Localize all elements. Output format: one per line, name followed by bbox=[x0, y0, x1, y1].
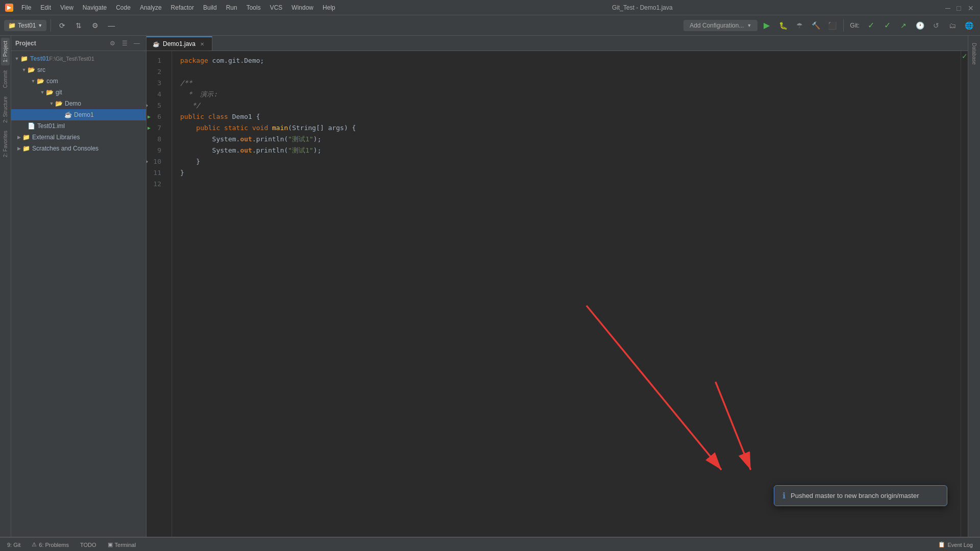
line-num-12: 12 bbox=[146, 179, 165, 190]
menu-item-tools[interactable]: Tools bbox=[242, 3, 265, 12]
git-revert-button[interactable]: ↺ bbox=[929, 18, 943, 33]
menu-item-code[interactable]: Code bbox=[112, 3, 135, 12]
coverage-button[interactable]: ☂ bbox=[792, 18, 806, 33]
tab-label-demo1: Demo1.java bbox=[163, 40, 195, 47]
code-editor[interactable]: package com.git.Demo; /** * 演示: */ bbox=[172, 51, 961, 537]
tree-arrow-scratches: ▶ bbox=[15, 146, 22, 151]
menu-item-run[interactable]: Run bbox=[222, 3, 241, 12]
menu-item-help[interactable]: Help bbox=[318, 3, 339, 12]
tree-arrow-demo: ▼ bbox=[48, 101, 55, 106]
project-panel-view[interactable]: ☰ bbox=[119, 38, 130, 48]
tab-icon-demo1: ☕ bbox=[153, 41, 160, 47]
editor-tab-demo1[interactable]: ☕ Demo1.java ✕ bbox=[146, 36, 212, 51]
menu-item-view[interactable]: View bbox=[56, 3, 78, 12]
tab-todo[interactable]: TODO bbox=[75, 541, 102, 549]
project-panel-hide[interactable]: — bbox=[132, 38, 142, 48]
tree-item-git[interactable]: ▼ 📂 git bbox=[11, 87, 146, 98]
tree-arrow-root: ▼ bbox=[13, 56, 20, 61]
project-dropdown[interactable]: 📁 Test01 ▼ bbox=[4, 20, 46, 31]
bottom-area: 9: Git ⚠ 6: Problems TODO ▣ Terminal 📋 E… bbox=[0, 537, 980, 551]
git-history-button[interactable]: 🕐 bbox=[913, 18, 927, 33]
tree-item-iml[interactable]: ▶ 📄 Test01.iml bbox=[11, 120, 146, 132]
line-num-8: 8 bbox=[146, 134, 165, 145]
main-toolbar: 📁 Test01 ▼ ⟳ ⇅ ⚙ — Add Configuration... … bbox=[0, 15, 980, 36]
tree-item-ext-libs[interactable]: ▶ 📁 External Libraries bbox=[11, 132, 146, 143]
git-push-button[interactable]: ✓ bbox=[880, 18, 894, 33]
line-num-1: 1 bbox=[146, 55, 165, 66]
menu-item-build[interactable]: Build bbox=[199, 3, 221, 12]
main-layout: 1: Project Commit 2: Structure 2: Favori… bbox=[0, 36, 980, 537]
line-num-6: ▶ 6 bbox=[146, 111, 165, 122]
code-line-9: System.out.println("测试1"); bbox=[180, 145, 952, 156]
menu-item-analyze[interactable]: Analyze bbox=[136, 3, 166, 12]
tree-item-root[interactable]: ▼ 📁 Test01 F:\Git_Test\Test01 bbox=[11, 53, 146, 64]
collapse-all-button[interactable]: ⇅ bbox=[71, 18, 86, 33]
project-name: Test01 bbox=[18, 22, 36, 29]
menu-item-edit[interactable]: Edit bbox=[36, 3, 55, 12]
app-logo: ▶ bbox=[5, 4, 13, 12]
window-controls[interactable]: ─ □ ✕ bbox=[945, 4, 975, 11]
project-tree: ▼ 📁 Test01 F:\Git_Test\Test01 ▼ 📂 src ▼ … bbox=[11, 51, 146, 537]
tree-arrow-com: ▼ bbox=[30, 79, 37, 84]
tree-item-demo1[interactable]: ▶ ☕ Demo1 bbox=[11, 109, 146, 120]
line-num-10: ◆ 10 bbox=[146, 156, 165, 167]
stop-button[interactable]: ⬛ bbox=[825, 18, 839, 33]
line-num-2: 2 bbox=[146, 66, 165, 78]
line-num-11: 11 bbox=[146, 167, 165, 179]
code-line-6: public class Demo1 { bbox=[180, 111, 952, 122]
tree-label-com: com bbox=[46, 78, 58, 85]
folder-icon-scratches: 📁 bbox=[22, 145, 30, 152]
code-line-11: } bbox=[180, 167, 952, 179]
tab-event-log[interactable]: 📋 Event Log bbox=[933, 540, 978, 549]
tree-label-root: Test01 bbox=[30, 55, 49, 62]
debug-button[interactable]: 🐛 bbox=[776, 18, 790, 33]
git-label: Git: bbox=[850, 22, 860, 29]
side-tab-project[interactable]: 1: Project bbox=[1, 38, 10, 65]
code-line-4: * 演示: bbox=[180, 89, 952, 100]
run-button[interactable]: ▶ bbox=[760, 18, 774, 33]
hide-button[interactable]: — bbox=[104, 18, 118, 33]
git-update-button[interactable]: ↗ bbox=[896, 18, 911, 33]
project-panel-settings[interactable]: ⚙ bbox=[107, 38, 117, 48]
tree-arrow-git: ▼ bbox=[39, 90, 46, 95]
git-browse-button[interactable]: 🗂 bbox=[945, 18, 960, 33]
side-tab-structure[interactable]: 2: Structure bbox=[1, 93, 10, 126]
side-tab-database[interactable]: Database bbox=[970, 40, 978, 68]
code-line-8: System.out.println("测试1"); bbox=[180, 134, 952, 145]
run-arrow-6: ▶ bbox=[148, 113, 151, 121]
file-icon-demo1: ☕ bbox=[64, 111, 72, 118]
editor-tabs: ☕ Demo1.java ✕ bbox=[146, 36, 968, 51]
side-tab-favorites[interactable]: 2: Favorites bbox=[1, 128, 10, 160]
tab-terminal[interactable]: ▣ Terminal bbox=[103, 540, 141, 549]
menu-item-refactor[interactable]: Refactor bbox=[167, 3, 198, 12]
right-side-panel: Database bbox=[968, 36, 980, 537]
git-commit-button[interactable]: ✓ bbox=[864, 18, 878, 33]
tab-git[interactable]: 9: Git bbox=[2, 541, 26, 549]
menu-item-navigate[interactable]: Navigate bbox=[79, 3, 111, 12]
close-button[interactable]: ✕ bbox=[968, 4, 975, 11]
menu-item-vcs[interactable]: VCS bbox=[266, 3, 287, 12]
tree-item-com[interactable]: ▼ 📂 com bbox=[11, 76, 146, 87]
add-configuration-dropdown[interactable]: Add Configuration... ▼ bbox=[683, 20, 757, 31]
code-line-3: /** bbox=[180, 78, 952, 89]
settings-button[interactable]: ⚙ bbox=[88, 18, 102, 33]
tab-problems[interactable]: ⚠ 6: Problems bbox=[27, 540, 74, 549]
maximize-button[interactable]: □ bbox=[957, 4, 964, 11]
chevron-down-icon: ▼ bbox=[38, 23, 42, 28]
notification-popup[interactable]: ℹ Pushed master to new branch origin/mas… bbox=[774, 485, 947, 506]
minimize-button[interactable]: ─ bbox=[945, 4, 952, 11]
translate-button[interactable]: 🌐 bbox=[962, 18, 976, 33]
sync-files-button[interactable]: ⟳ bbox=[55, 18, 69, 33]
build-button[interactable]: 🔨 bbox=[808, 18, 823, 33]
tab-close-demo1[interactable]: ✕ bbox=[199, 40, 206, 47]
line-num-4: 4 bbox=[146, 89, 165, 100]
title-bar-left: ▶ FileEditViewNavigateCodeAnalyzeRefacto… bbox=[5, 3, 339, 12]
tree-item-scratches[interactable]: ▶ 📁 Scratches and Consoles bbox=[11, 143, 146, 154]
tree-item-src[interactable]: ▼ 📂 src bbox=[11, 64, 146, 76]
title-bar: ▶ FileEditViewNavigateCodeAnalyzeRefacto… bbox=[0, 0, 980, 15]
menu-item-window[interactable]: Window bbox=[287, 3, 317, 12]
file-icon-iml: 📄 bbox=[28, 122, 35, 130]
menu-item-file[interactable]: File bbox=[17, 3, 35, 12]
tree-item-demo-folder[interactable]: ▼ 📂 Demo bbox=[11, 98, 146, 109]
side-tab-commit[interactable]: Commit bbox=[1, 67, 10, 91]
